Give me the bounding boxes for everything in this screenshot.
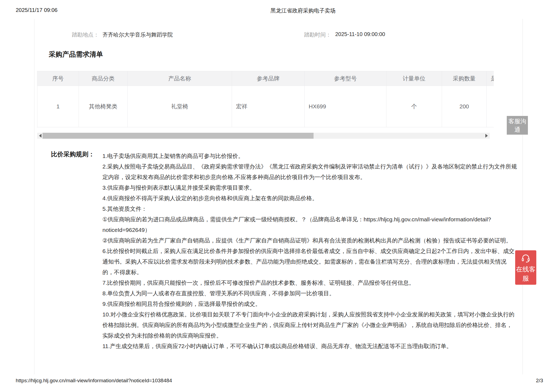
rule-item: 5.其他资质文件：: [102, 203, 517, 214]
table-cell: 个: [386, 86, 442, 127]
survey-time-label: 踏勘时间：: [304, 31, 331, 38]
online-service-button[interactable]: 在线客服: [515, 250, 536, 285]
column-header: 参考型号: [305, 71, 386, 86]
print-page-number: 2/3: [536, 378, 543, 384]
print-footer-url: https://hljcg.hlj.gov.cn/mall-view/infor…: [16, 378, 172, 384]
column-header: 产品名称: [128, 71, 232, 86]
rule-item: 3.供应商参与报价则表示默认满足并接受采购需求项目要求。: [102, 182, 517, 193]
column-header: 序号: [37, 71, 79, 86]
rule-item: 4.供应商报价不得高于采购人设定的初步意向价格和供应商上架在售的同款商品价格。: [102, 193, 517, 203]
table-cell: 礼堂椅: [128, 86, 232, 127]
online-service-label: 在线客服: [515, 265, 536, 283]
scroll-right-icon[interactable]: [485, 134, 488, 138]
table-cell: 宏祥: [232, 86, 305, 127]
rules-list: 1.电子卖场供应商用其上架销售的商品可参与比价报价。2.采购人按照电子卖场交易商…: [102, 151, 517, 351]
column-header: 商品分类: [79, 71, 128, 86]
rules-label: 比价采购规则：: [51, 150, 95, 158]
rule-item: 1.电子卖场供应商用其上架销售的商品可参与比价报价。: [102, 151, 517, 161]
table-cell: 200: [442, 86, 487, 127]
customer-chat-button[interactable]: 客服沟通: [507, 116, 528, 135]
scrollbar-thumb[interactable]: [43, 133, 314, 139]
rule-item: 10.对小微企业实行价格优惠政策。比价项目如关联了不专门面向中小企业的政府采购计…: [102, 309, 517, 341]
scroll-left-icon[interactable]: [39, 134, 41, 138]
rule-item: ②供应商响应的若为生产厂家自产自销商品，应提供《生产厂家自产自销商品证明》和具有…: [102, 235, 517, 246]
rule-item: 7.比价报价期间，供应商只能报价一次，报价后不可修改报价产品的技术参数、服务标准…: [102, 277, 517, 288]
rule-item: 11.产生成交结果后，供应商应72小时内确认订单，不可不确认订单或以商品价格错误…: [102, 341, 517, 351]
product-table: 序号商品分类产品名称参考品牌参考型号计量单位采购数量是 1其他椅凳类礼堂椅宏祥H…: [37, 71, 494, 128]
column-header: 采购数量: [442, 71, 487, 86]
column-header: 参考品牌: [232, 71, 305, 86]
table-body: 1其他椅凳类礼堂椅宏祥HX699个200: [37, 86, 494, 127]
rule-item: ①供应商响应的若为进口商品或品牌商品，需提供生产厂家或一级经销商授权。？（品牌商…: [102, 214, 517, 235]
page-title: 黑龙江省政府采购电子卖场: [270, 7, 335, 14]
table-row: 1其他椅凳类礼堂椅宏祥HX699个200: [37, 86, 494, 127]
survey-location-value: 齐齐哈尔大学音乐与舞蹈学院: [102, 31, 173, 38]
column-header: 是: [487, 71, 494, 86]
rule-item: 8.单位负责人为同一人或者存在直接控股、管理关系的不同供应商，不得参加同一比价项…: [102, 288, 517, 299]
rule-item: 2.采购人按照电子卖场交易商品品目、《政府采购需求管理办法》《黑龙江省政府采购文…: [102, 161, 517, 182]
rule-item: 9.供应商报价相同且符合报价规则的，应选择最早报价的成交。: [102, 299, 517, 309]
survey-time-value: 2025-11-10 09:00:00: [335, 31, 385, 37]
table-cell: 其他椅凳类: [79, 86, 128, 127]
table-cell: 1: [37, 86, 79, 127]
rule-item: 6.比价报价时间截止后，采购人应在满足比价条件并参加报价的供应商中选择排名价最低…: [102, 246, 517, 277]
column-header: 计量单位: [386, 71, 442, 86]
content-right-border: [522, 19, 523, 374]
content-left-border: [34, 19, 34, 374]
headset-icon: [515, 254, 536, 263]
print-datetime: 2025/11/17 09:06: [16, 7, 57, 13]
table-cell: HX699: [305, 86, 386, 127]
table-horizontal-scrollbar[interactable]: [37, 133, 490, 139]
table-header-row: 序号商品分类产品名称参考品牌参考型号计量单位采购数量是: [37, 71, 494, 86]
product-list-heading: 采购产品需求清单: [49, 50, 103, 59]
table-cell: [487, 86, 494, 127]
survey-location-label: 踏勘地点：: [72, 31, 99, 38]
